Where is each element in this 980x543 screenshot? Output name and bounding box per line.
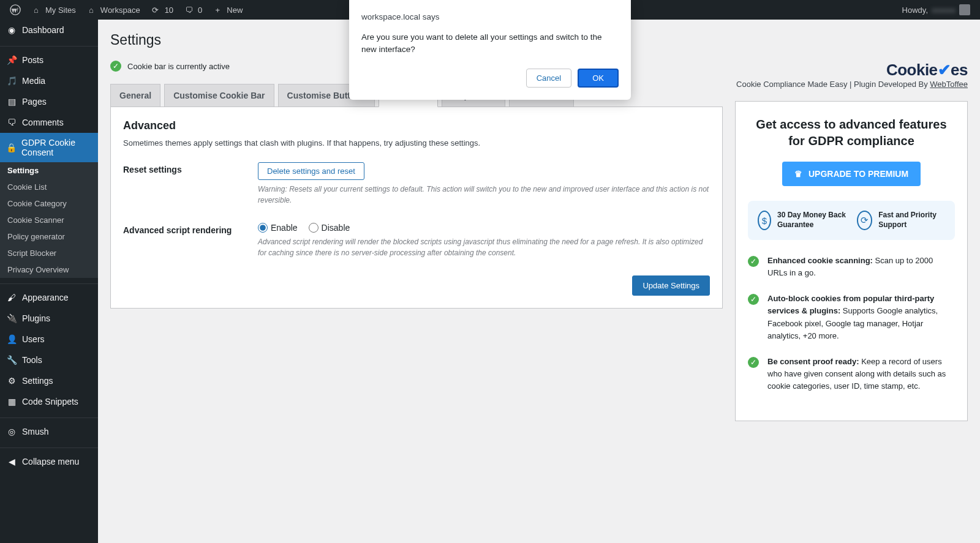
dialog-cancel-button[interactable]: Cancel — [526, 69, 571, 88]
dialog-message: Are you sure you want to delete all your… — [361, 31, 619, 56]
dialog-ok-button[interactable]: OK — [578, 69, 619, 88]
dialog-origin: workspace.local says — [361, 12, 619, 21]
confirm-dialog-overlay: workspace.local says Are you sure you wa… — [0, 0, 980, 543]
confirm-dialog: workspace.local says Are you sure you wa… — [349, 0, 631, 100]
